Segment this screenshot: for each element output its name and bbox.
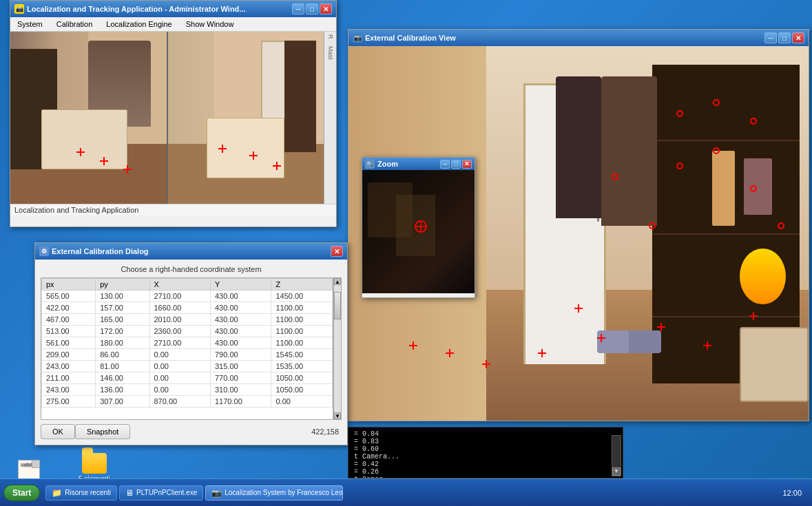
table-cell: 430.00 — [210, 302, 271, 314]
table-cell: 422.00 — [42, 302, 96, 314]
calib-scrollbar[interactable]: ▲ ▼ — [333, 277, 342, 420]
table-row[interactable]: 422.00157.001660.00430.001100.00 — [42, 302, 333, 314]
log-area: = 0.84 = 0.83 = 0.60 t Camera... = 0.42 … — [348, 427, 623, 478]
main-app-title: Localization and Tracking Application - … — [27, 5, 246, 13]
zoom-image — [362, 170, 475, 293]
taskbar-item-pltupnp[interactable]: 🖥 PLTUPnPClient.exe — [119, 485, 203, 500]
ext-calib-title: External Calibration View — [365, 34, 456, 42]
taskbar-localization-label: Localization System by Francesco Leotta … — [225, 489, 343, 496]
table-cell: 2360.00 — [149, 326, 210, 337]
table-cell: 146.00 — [96, 372, 149, 384]
calib-coordinates: 422,158 — [311, 428, 342, 436]
zoom-icon: 🔍 — [365, 159, 375, 169]
close-button[interactable]: ✕ — [320, 3, 332, 14]
table-row[interactable]: 243.00136.000.00310.001050.00 — [42, 384, 333, 396]
taskbar-clock: 12:00 — [775, 489, 809, 497]
col-y: Y — [210, 279, 271, 291]
maximize-button[interactable]: □ — [306, 3, 318, 14]
log-line-5: = 0.42 — [354, 461, 617, 468]
camera-image-1 — [10, 32, 167, 204]
ok-button[interactable]: OK — [41, 424, 75, 439]
taskbar-pltupnp-label: PLTUPnPClient.exe — [136, 489, 197, 496]
ext-calib-minimize[interactable]: ─ — [764, 32, 777, 43]
menu-system[interactable]: System — [13, 19, 47, 30]
col-z: Z — [271, 279, 333, 291]
zoom-minimize[interactable]: ─ — [440, 160, 450, 169]
minimize-button[interactable]: ─ — [292, 3, 304, 14]
table-row[interactable]: 561.00180.002710.00430.001100.00 — [42, 337, 333, 349]
log-line-3: = 0.60 — [354, 445, 617, 453]
taskbar-folder-icon: 📁 — [52, 488, 62, 498]
taskbar: Start 📁 Risorse recenti 🖥 PLTUPnPClient.… — [0, 478, 812, 506]
calib-subtitle: Choose a right-handed coordinate system — [41, 265, 342, 273]
table-cell: 130.00 — [96, 291, 149, 302]
ext-calib-maximize[interactable]: □ — [778, 32, 791, 43]
table-cell: 315.00 — [210, 361, 271, 372]
table-cell: 1170.00 — [210, 396, 271, 408]
table-row[interactable]: 209.0086.000.00790.001545.00 — [42, 349, 333, 361]
menu-localization-engine[interactable]: Localization Engine — [102, 19, 176, 30]
table-cell: 430.00 — [210, 314, 271, 326]
calib-close-button[interactable]: ✕ — [331, 246, 343, 257]
taskbar-item-risorse[interactable]: 📁 Risorse recenti — [45, 485, 117, 500]
table-cell: 1100.00 — [271, 326, 333, 337]
main-app-window: 📷 Localization and Tracking Application … — [10, 0, 337, 227]
title-left: 📷 Localization and Tracking Application … — [14, 4, 246, 14]
table-row[interactable]: 513.00172.002360.00430.001100.00 — [42, 326, 333, 337]
calib-table-container[interactable]: px py X Y Z 565.00130.002710.00430.00145… — [41, 277, 333, 420]
table-cell: 2710.00 — [149, 291, 210, 302]
taskbar-risorse-label: Risorse recenti — [65, 489, 111, 496]
table-cell: 1050.00 — [271, 384, 333, 396]
table-cell: 1100.00 — [271, 337, 333, 349]
table-cell: 243.00 — [42, 384, 96, 396]
table-row[interactable]: 243.0081.000.00315.001535.00 — [42, 361, 333, 372]
zoom-titlebar[interactable]: 🔍 Zoom ─ □ ✕ — [362, 158, 475, 170]
table-row[interactable]: 565.00130.002710.00430.001450.00 — [42, 291, 333, 302]
zoom-title-left: 🔍 Zoom — [365, 159, 398, 169]
zoom-title: Zoom — [377, 160, 398, 168]
camera-feed-1 — [10, 32, 167, 204]
menu-show-window[interactable]: Show Window — [182, 19, 238, 30]
log-scrollbar[interactable]: ▼ — [612, 435, 621, 476]
calib-dialog-controls: ✕ — [331, 246, 343, 257]
table-row[interactable]: 275.00307.00870.001170.000.00 — [42, 396, 333, 408]
table-cell: 870.00 — [149, 396, 210, 408]
table-cell: 180.00 — [96, 337, 149, 349]
menu-calibration[interactable]: Calibration — [52, 19, 97, 30]
zoom-crosshair — [413, 218, 429, 235]
scroll-thumb[interactable] — [334, 292, 341, 319]
table-cell: 1660.00 — [149, 302, 210, 314]
table-row[interactable]: 467.00165.002010.00430.001100.00 — [42, 314, 333, 326]
log-line-2: = 0.83 — [354, 438, 617, 445]
table-cell: 136.00 — [96, 384, 149, 396]
zoom-window: 🔍 Zoom ─ □ ✕ — [362, 157, 475, 298]
table-cell: 310.00 — [210, 384, 271, 396]
start-button[interactable]: Start — [3, 485, 40, 501]
calib-dialog-content: Choose a right-handed coordinate system … — [35, 260, 347, 445]
clock-time: 12:00 — [782, 489, 802, 497]
main-app-titlebar[interactable]: 📷 Localization and Tracking Application … — [10, 1, 336, 17]
folder-icon-img — [82, 453, 107, 474]
taskbar-localization-icon: 📷 — [211, 488, 222, 498]
table-cell: 430.00 — [210, 291, 271, 302]
zoom-restore[interactable]: □ — [451, 160, 461, 169]
taskbar-pltupnp-icon: 🖥 — [125, 488, 134, 498]
log-line-1: = 0.84 — [354, 430, 617, 438]
side-label-r: R — [327, 34, 334, 39]
taskbar-items: 📁 Risorse recenti 🖥 PLTUPnPClient.exe 📷 … — [45, 485, 775, 500]
taskbar-item-localization[interactable]: 📷 Localization System by Francesco Leott… — [205, 485, 343, 500]
camera-feed-2 — [168, 32, 324, 204]
ext-calib-close[interactable]: ✕ — [792, 32, 804, 43]
table-cell: 565.00 — [42, 291, 96, 302]
table-cell: 81.00 — [96, 361, 149, 372]
zoom-close[interactable]: ✕ — [462, 160, 472, 169]
calib-dialog-titlebar[interactable]: ⚙ External Calibration Dialog ✕ — [35, 243, 347, 260]
snapshot-button[interactable]: Snapshot — [75, 424, 130, 439]
table-cell: 770.00 — [210, 372, 271, 384]
table-cell: 243.00 — [42, 361, 96, 372]
ext-calib-titlebar[interactable]: 📷 External Calibration View ─ □ ✕ — [348, 30, 809, 46]
col-x: X — [149, 279, 210, 291]
table-cell: 430.00 — [210, 326, 271, 337]
table-row[interactable]: 211.00146.000.00770.001050.00 — [42, 372, 333, 384]
table-cell: 1100.00 — [271, 302, 333, 314]
